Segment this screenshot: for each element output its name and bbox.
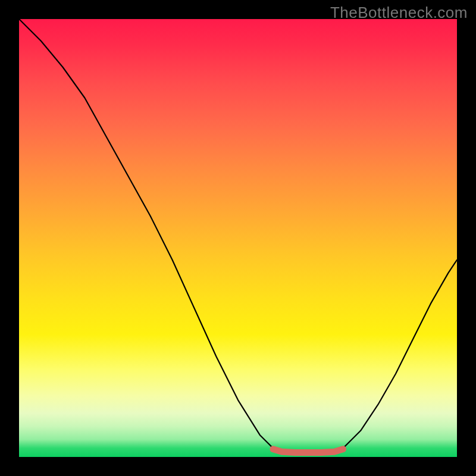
curve-layer <box>19 19 457 457</box>
chart-frame: TheBottleneck.com <box>0 0 476 476</box>
optimal-band <box>273 449 343 453</box>
bottleneck-curve <box>19 19 457 453</box>
plot-area <box>19 19 457 457</box>
watermark-text: TheBottleneck.com <box>330 4 468 22</box>
